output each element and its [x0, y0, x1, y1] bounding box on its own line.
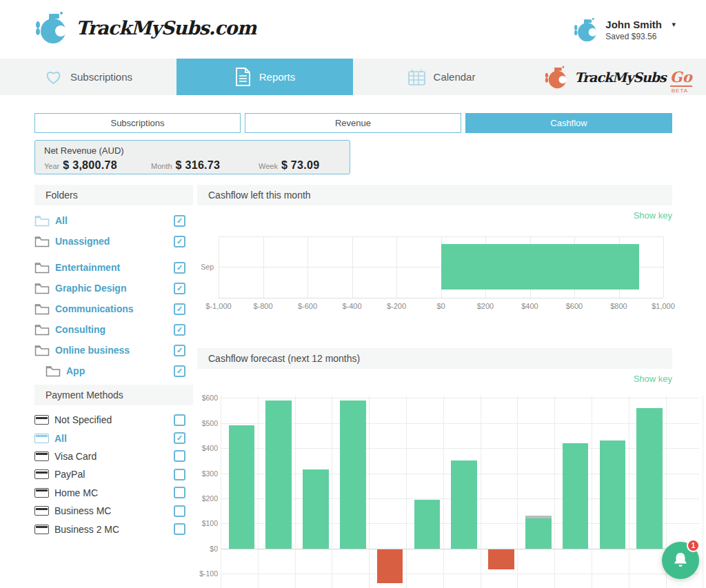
calendar-icon [407, 68, 426, 86]
payment-method-row[interactable]: Business 2 MC [34, 520, 193, 538]
folder-label[interactable]: All [55, 215, 174, 226]
subtab-subscriptions[interactable]: Subscriptions [34, 113, 241, 133]
gridline [221, 574, 699, 574]
folder-checkbox[interactable]: ✓ [174, 365, 185, 377]
nav-label: Calendar [434, 71, 476, 83]
payment-method-checkbox[interactable] [174, 523, 185, 535]
payment-method-row[interactable]: All✓ [34, 429, 193, 447]
net-revenue-month: Month$ 316.73 [151, 159, 220, 172]
forecast-bar-positive [265, 401, 292, 549]
forecast-bar-positive [229, 425, 255, 548]
logo[interactable]: TrackMySubs.com [33, 8, 256, 47]
chart-cashflow-forecast: $600$500$400$300$200$100$0$-100 [197, 386, 706, 588]
bell-icon [672, 551, 689, 569]
payment-method-label[interactable]: Business MC [54, 505, 174, 516]
payment-method-checkbox[interactable] [174, 505, 185, 517]
gridline [592, 396, 592, 588]
folder-label[interactable]: Graphic Design [55, 283, 174, 294]
forecast-bar-cap [525, 516, 552, 518]
folder-checkbox[interactable]: ✓ [174, 303, 185, 315]
chevron-down-icon: ▾ [672, 20, 676, 28]
folder-checkbox[interactable]: ✓ [174, 215, 185, 227]
y-tick-label: $400 [197, 444, 218, 452]
payment-method-checkbox[interactable] [174, 487, 185, 498]
payment-method-row[interactable]: PayPal [34, 465, 193, 483]
forecast-bar-positive [340, 401, 366, 549]
folder-row[interactable]: Consulting✓ [34, 319, 193, 340]
x-tick-label: $0 [421, 302, 462, 310]
payment-method-label[interactable]: Business 2 MC [54, 524, 174, 535]
folder-row[interactable]: App✓ [34, 361, 193, 381]
nav-label: Subscriptions [70, 71, 132, 83]
submarine-logo-icon [33, 8, 70, 47]
folder-label[interactable]: Unassigned [55, 236, 174, 247]
nav-tab-reports[interactable]: Reports [176, 59, 353, 95]
net-revenue-week: Week$ 73.09 [259, 159, 319, 172]
folder-icon [34, 261, 50, 274]
nav-tab-subscriptions[interactable]: Subscriptions [0, 59, 176, 95]
folder-row[interactable]: All✓ [34, 210, 193, 231]
folder-row[interactable]: Graphic Design✓ [34, 278, 193, 298]
payment-method-checkbox[interactable] [174, 469, 185, 480]
folder-label[interactable]: Online business [55, 345, 174, 356]
folder-checkbox[interactable]: ✓ [174, 283, 185, 294]
gridline [554, 396, 555, 588]
payment-method-checkbox[interactable] [174, 414, 185, 426]
gridline [258, 396, 259, 588]
payment-method-row[interactable]: Business MC [34, 502, 193, 520]
forecast-bar-positive [451, 460, 477, 548]
cashflow-left-panel-header: Cashflow left this month [197, 185, 672, 205]
forecast-bar-positive [525, 518, 552, 549]
folder-row[interactable]: Online business✓ [34, 340, 193, 361]
heart-icon [44, 68, 63, 85]
logo-text: TrackMySubs.com [76, 17, 256, 39]
user-avatar [572, 15, 600, 44]
folder-label[interactable]: Communications [55, 303, 174, 314]
nav-tab-trackmysubs-go[interactable]: TrackMySubs Go BETA [530, 59, 706, 95]
folder-checkbox[interactable]: ✓ [174, 345, 185, 356]
payment-method-label[interactable]: All [54, 433, 174, 444]
show-key-link-1[interactable]: Show key [583, 210, 672, 221]
folder-row[interactable]: Entertainment✓ [34, 257, 193, 278]
folder-checkbox[interactable]: ✓ [174, 262, 185, 274]
gridline [332, 396, 332, 588]
folder-label[interactable]: Entertainment [55, 262, 174, 273]
forecast-bar-positive [636, 408, 663, 549]
y-tick-label: $0 [197, 545, 218, 553]
payment-method-row[interactable]: Home MC [34, 484, 193, 502]
forecast-bar-positive [563, 443, 589, 549]
go-logo-go: Go [670, 68, 692, 87]
gridline [481, 396, 481, 588]
folder-checkbox[interactable]: ✓ [174, 324, 185, 336]
payment-method-label[interactable]: PayPal [54, 469, 174, 480]
folder-row[interactable]: Communications✓ [34, 298, 193, 319]
folder-icon [46, 365, 61, 377]
user-menu[interactable]: John Smith ▾ Saved $93.56 [572, 15, 676, 44]
credit-card-icon [34, 506, 49, 516]
payment-method-row[interactable]: Not Specified [34, 411, 193, 429]
folder-checkbox[interactable]: ✓ [174, 236, 185, 247]
folder-label[interactable]: App [66, 365, 174, 376]
folder-row[interactable]: Unassigned✓ [34, 231, 193, 252]
credit-card-icon [34, 488, 49, 498]
gridline [517, 396, 518, 588]
folder-icon [34, 344, 50, 356]
y-category-label: Sep [197, 263, 214, 271]
payment-method-label[interactable]: Visa Card [54, 451, 174, 462]
y-tick-label: $600 [197, 394, 218, 402]
payment-method-label[interactable]: Home MC [54, 487, 174, 498]
payment-method-row[interactable]: Visa Card [34, 447, 193, 465]
subtab-label: Revenue [335, 118, 371, 128]
payment-method-checkbox[interactable] [174, 450, 185, 462]
notifications-button[interactable]: 1 [662, 542, 699, 579]
subtab-revenue[interactable]: Revenue [245, 113, 461, 133]
payment-method-checkbox[interactable]: ✓ [174, 432, 185, 444]
show-key-link-2[interactable]: Show key [583, 374, 672, 384]
payment-methods-header: Payment Methods [34, 385, 193, 405]
folders-header: Folders [34, 185, 193, 205]
folder-label[interactable]: Consulting [55, 324, 174, 335]
subtab-cashflow[interactable]: Cashflow [465, 113, 672, 133]
payment-method-label[interactable]: Not Specified [54, 414, 174, 425]
nav-tab-calendar[interactable]: Calendar [353, 59, 530, 95]
payment-methods-list: Not SpecifiedAll✓Visa CardPayPalHome MCB… [34, 411, 193, 538]
